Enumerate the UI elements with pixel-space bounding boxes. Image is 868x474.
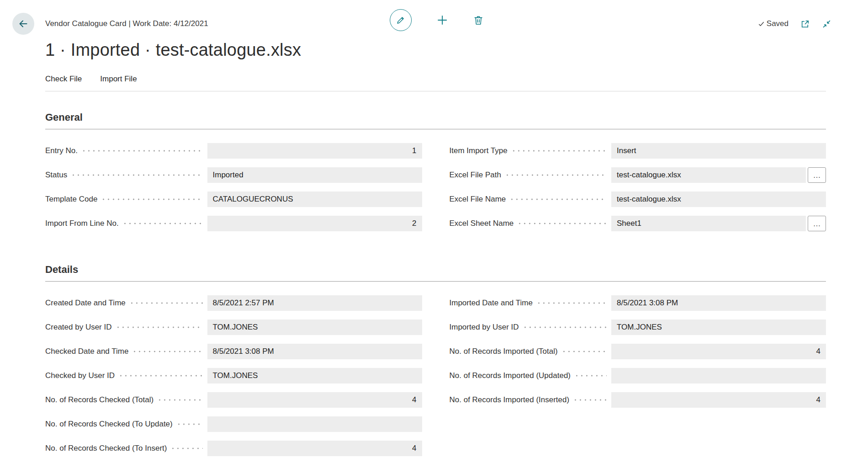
check-icon [758,21,765,27]
dotted-leader [511,143,607,159]
field-label: No. of Records Checked (To Update) [45,420,173,429]
field-label: Imported Date and Time [450,298,533,308]
field-row: Excel File Path test-catalogue.xlsx … [450,167,826,183]
card-content: 1 · Imported · test-catalogue.xlsx Check… [0,40,868,465]
field-row: No. of Records Imported (Total) 4 [450,344,826,359]
field-label: Template Code [45,195,97,204]
field-row: No. of Records Checked (To Insert) 4 [45,441,422,456]
records-checked-to-update-field[interactable] [207,416,422,432]
dotted-leader [517,216,607,231]
edit-button[interactable] [390,9,412,31]
field-label: No. of Records Imported (Total) [450,347,558,356]
import-from-line-no-field[interactable]: 2 [207,216,422,231]
details-section-heading[interactable]: Details [45,264,826,282]
field-label: No. of Records Checked (Total) [45,395,153,405]
field-label: No. of Records Imported (Updated) [450,371,571,380]
dotted-leader [71,167,202,183]
field-row: No. of Records Imported (Inserted) 4 [450,392,826,408]
trash-icon [473,15,484,26]
action-bar: Check File Import File [45,75,826,91]
field-label: Import From Line No. [45,219,119,228]
records-checked-total-field[interactable]: 4 [207,392,422,408]
general-section-heading[interactable]: General [45,112,826,129]
pencil-icon [396,15,406,25]
records-imported-updated-field[interactable] [611,368,826,383]
dotted-leader [81,143,203,159]
field-row: Template Code CATALOGUECRONUS [45,192,422,207]
field-label: No. of Records Checked (To Insert) [45,444,167,453]
imported-by-user-id-field[interactable]: TOM.JONES [611,320,826,335]
delete-button[interactable] [473,15,484,26]
general-section: General Entry No. 1 Status Imported Temp… [45,112,826,240]
field-row: Checked by User ID TOM.JONES [45,368,422,383]
save-status-area: Saved [758,19,831,29]
excel-file-name-field[interactable]: test-catalogue.xlsx [611,192,826,207]
dotted-leader [101,192,202,207]
collapse-window-button[interactable] [822,19,831,29]
field-row: No. of Records Checked (To Update) [45,416,422,432]
dotted-leader [574,368,607,383]
field-label: Imported by User ID [450,323,519,332]
general-right-column: Item Import Type Insert Excel File Path … [450,143,826,240]
new-button[interactable] [436,14,448,26]
field-label: Excel Sheet Name [450,219,514,228]
template-code-field[interactable]: CATALOGUECRONUS [207,192,422,207]
field-label: Excel File Path [450,170,501,180]
created-by-user-id-field[interactable]: TOM.JONES [207,320,422,335]
field-label: Created by User ID [45,323,112,332]
checked-date-time-field[interactable]: 8/5/2021 3:08 PM [207,344,422,359]
excel-sheet-name-field[interactable]: Sheet1 [611,216,806,231]
dotted-leader [170,441,202,456]
page-title: 1 · Imported · test-catalogue.xlsx [45,40,826,60]
dotted-leader [561,344,607,359]
excel-file-path-field[interactable]: test-catalogue.xlsx [611,167,806,183]
collapse-window-icon [822,19,831,29]
dotted-leader [132,344,202,359]
field-label: Created Date and Time [45,298,126,308]
dotted-leader [129,295,203,311]
field-label: Item Import Type [450,146,508,155]
status-field[interactable]: Imported [207,167,422,183]
dotted-leader [157,392,202,408]
field-label: Checked by User ID [45,371,115,380]
saved-label: Saved [767,19,789,28]
breadcrumb[interactable]: Vendor Catalogue Card | Work Date: 4/12/… [45,19,208,28]
back-arrow-icon [18,18,29,29]
dotted-leader [122,216,203,231]
field-label: Excel File Name [450,195,506,204]
excel-sheet-name-ellipsis-button[interactable]: … [808,216,826,231]
created-date-time-field[interactable]: 8/5/2021 2:57 PM [207,295,422,311]
field-label: Checked Date and Time [45,347,128,356]
check-file-action[interactable]: Check File [45,75,82,84]
field-row: No. of Records Imported (Updated) [450,368,826,383]
details-section: Details Created Date and Time 8/5/2021 2… [45,264,826,465]
field-row: Status Imported [45,167,422,183]
checked-by-user-id-field[interactable]: TOM.JONES [207,368,422,383]
field-row: No. of Records Checked (Total) 4 [45,392,422,408]
dotted-leader [536,295,607,311]
back-button[interactable] [12,13,34,35]
open-in-new-window-button[interactable] [800,19,810,29]
dotted-leader [505,167,607,183]
field-row: Created by User ID TOM.JONES [45,320,422,335]
dotted-leader [118,368,202,383]
excel-file-path-ellipsis-button[interactable]: … [808,167,826,183]
field-label: No. of Records Imported (Inserted) [450,395,570,405]
field-row: Imported by User ID TOM.JONES [450,320,826,335]
top-bar: Vendor Catalogue Card | Work Date: 4/12/… [0,0,868,37]
field-row: Imported Date and Time 8/5/2021 3:08 PM [450,295,826,311]
dotted-leader [573,392,607,408]
field-row: Item Import Type Insert [450,143,826,159]
import-file-action[interactable]: Import File [100,75,137,84]
details-fields: Created Date and Time 8/5/2021 2:57 PM C… [45,295,826,465]
item-import-type-field[interactable]: Insert [611,143,826,159]
command-toolbar [390,9,484,31]
field-label: Status [45,170,67,180]
records-imported-total-field[interactable]: 4 [611,344,826,359]
imported-date-time-field[interactable]: 8/5/2021 3:08 PM [611,295,826,311]
field-row: Entry No. 1 [45,143,422,159]
entry-no-field[interactable]: 1 [207,143,422,159]
records-imported-inserted-field[interactable]: 4 [611,392,826,408]
general-fields: Entry No. 1 Status Imported Template Cod… [45,143,826,240]
records-checked-to-insert-field[interactable]: 4 [207,441,422,456]
